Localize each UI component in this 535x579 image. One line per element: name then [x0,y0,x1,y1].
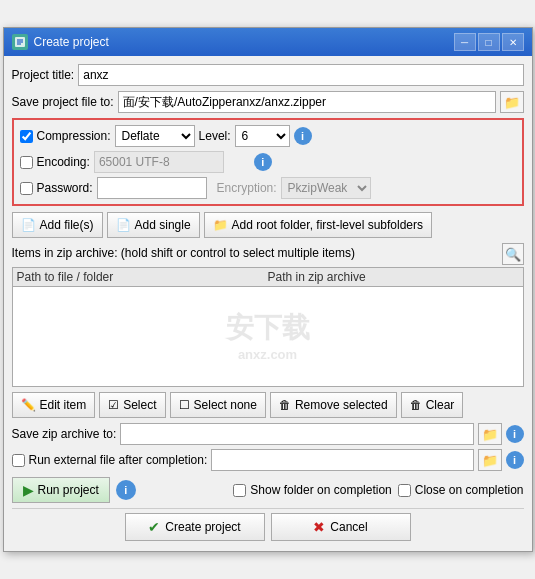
external-info-icon[interactable]: i [506,451,524,469]
remove-icon: 🗑 [279,398,291,412]
show-folder-checkbox[interactable] [233,484,246,497]
external-label: Run external file after completion: [29,453,208,467]
external-checkbox[interactable] [12,454,25,467]
add-root-folder-button[interactable]: 📁 Add root folder, first-level subfolder… [204,212,432,238]
search-icon: 🔍 [505,247,521,262]
project-title-row: Project title: [12,64,524,86]
items-table: Path to file / folder Path in zip archiv… [12,267,524,387]
encoding-checkbox[interactable] [20,156,33,169]
items-label-row: Items in zip archive: (hold shift or con… [12,243,524,265]
project-title-input[interactable] [78,64,523,86]
compression-checkbox[interactable] [20,130,33,143]
edit-item-button[interactable]: ✏️ Edit item [12,392,96,418]
save-zip-info-icon[interactable]: i [506,425,524,443]
close-completion-label: Close on completion [398,483,524,497]
compression-label: Compression: [37,129,111,143]
folder-icon: 📁 [504,95,520,110]
action-buttons-row: 📄 Add file(s) 📄 Add single 📁 Add root fo… [12,212,524,238]
select-none-button[interactable]: ☐ Select none [170,392,266,418]
level-select[interactable]: 6 123 45 789 [235,125,290,147]
external-input[interactable] [211,449,473,471]
compression-select[interactable]: Deflate Store [115,125,195,147]
add-single-icon: 📄 [116,218,131,232]
encryption-select[interactable]: PkzipWeak [281,177,371,199]
add-files-icon: 📄 [21,218,36,232]
items-label: Items in zip archive: (hold shift or con… [12,246,355,260]
items-header: Path to file / folder Path in zip archiv… [13,268,523,287]
password-checkbox[interactable] [20,182,33,195]
col-path-zip: Path in zip archive [268,270,519,284]
folder-icon-3: 📁 [482,453,498,468]
add-root-icon: 📁 [213,218,228,232]
save-project-label: Save project file to: [12,95,114,109]
cancel-icon: ✖ [313,519,325,535]
encoding-label: Encoding: [37,155,90,169]
maximize-button[interactable]: □ [478,33,500,51]
external-row: Run external file after completion: 📁 i [12,449,524,471]
run-info-button[interactable]: i [116,480,136,500]
save-project-folder-button[interactable]: 📁 [500,91,524,113]
search-button[interactable]: 🔍 [502,243,524,265]
password-input[interactable] [97,177,207,199]
encryption-label: Encryption: [217,181,277,195]
add-files-button[interactable]: 📄 Add file(s) [12,212,103,238]
create-project-button[interactable]: ✔ Create project [125,513,265,541]
edit-icon: ✏️ [21,398,36,412]
encoding-input [94,151,224,173]
save-project-input[interactable] [118,91,496,113]
select-icon: ☑ [108,398,119,412]
clear-button[interactable]: 🗑 Clear [401,392,464,418]
clear-icon: 🗑 [410,398,422,412]
level-label: Level: [199,129,231,143]
main-window: Create project ─ □ ✕ Project title: Save… [3,27,533,552]
run-row: ▶ Run project i Show folder on completio… [12,477,524,503]
window-title: Create project [34,35,109,49]
title-bar-buttons: ─ □ ✕ [454,33,524,51]
save-zip-input[interactable] [120,423,473,445]
items-body[interactable]: 安下载 anxz.com [13,287,523,382]
checkmark-icon: ✔ [148,519,160,535]
remove-selected-button[interactable]: 🗑 Remove selected [270,392,397,418]
project-title-label: Project title: [12,68,75,82]
encoding-info-icon[interactable]: i [254,153,272,171]
encoding-row: Encoding: i [20,151,516,173]
run-project-button[interactable]: ▶ Run project [12,477,110,503]
save-project-row: Save project file to: 📁 [12,91,524,113]
select-button[interactable]: ☑ Select [99,392,165,418]
watermark: 安下载 anxz.com [226,308,310,361]
col-path-file: Path to file / folder [17,270,268,284]
folder-icon-2: 📁 [482,427,498,442]
options-box: Compression: Deflate Store Level: 6 123 … [12,118,524,206]
minimize-button[interactable]: ─ [454,33,476,51]
save-zip-row: Save zip archive to: 📁 i [12,423,524,445]
compression-info-icon[interactable]: i [294,127,312,145]
save-zip-folder-button[interactable]: 📁 [478,423,502,445]
title-bar: Create project ─ □ ✕ [4,28,532,56]
save-zip-label: Save zip archive to: [12,427,117,441]
external-folder-button[interactable]: 📁 [478,449,502,471]
close-button[interactable]: ✕ [502,33,524,51]
add-single-button[interactable]: 📄 Add single [107,212,200,238]
final-row: ✔ Create project ✖ Cancel [12,508,524,545]
app-icon [12,34,28,50]
run-icon: ▶ [23,482,34,498]
cancel-button[interactable]: ✖ Cancel [271,513,411,541]
select-none-icon: ☐ [179,398,190,412]
password-row: Password: Encryption: PkzipWeak [20,177,516,199]
show-folder-label: Show folder on completion [233,483,391,497]
window-content: Project title: Save project file to: 📁 C… [4,56,532,551]
password-label: Password: [37,181,93,195]
title-bar-left: Create project [12,34,109,50]
compression-row: Compression: Deflate Store Level: 6 123 … [20,125,516,147]
close-completion-checkbox[interactable] [398,484,411,497]
items-toolbar: ✏️ Edit item ☑ Select ☐ Select none 🗑 Re… [12,392,524,418]
